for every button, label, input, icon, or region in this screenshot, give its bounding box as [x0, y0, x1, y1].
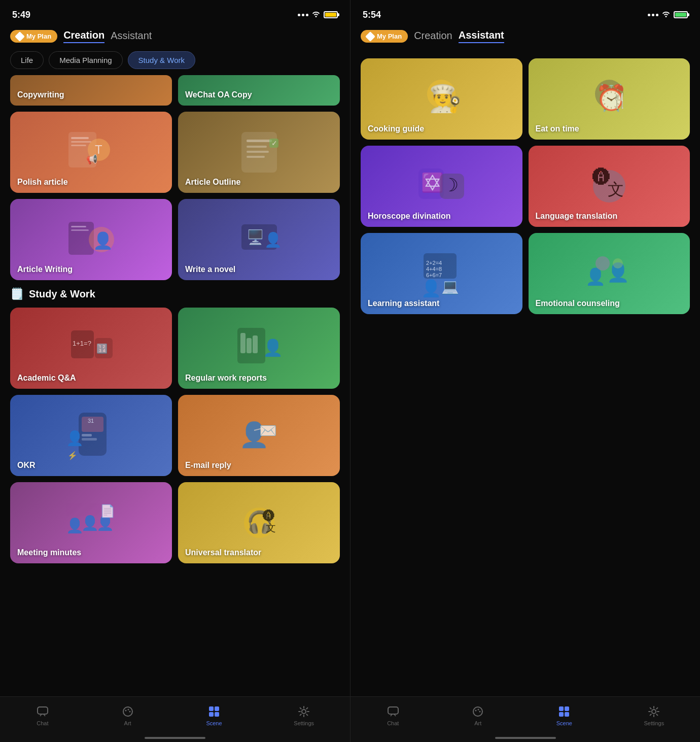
right-header: My Plan Creation Assistant [351, 25, 700, 48]
svg-text:🅐: 🅐 [263, 509, 275, 523]
card-meeting-minutes[interactable]: 👤 👤 👤 📄 Meeting minutes [10, 482, 172, 563]
nav-art-label-left: Art [124, 720, 131, 726]
svg-point-50 [123, 707, 132, 716]
svg-rect-87 [565, 706, 569, 711]
svg-rect-56 [209, 712, 214, 717]
study-cards-grid: 1+1=? 🔢 Academic Q&A 👤 [10, 308, 340, 563]
nav-art-label-right: Art [474, 720, 481, 726]
diamond-icon [15, 31, 25, 42]
card-cooking-label: Cooking guide [368, 124, 424, 133]
left-time: 5:49 [12, 10, 30, 20]
card-academic-qa[interactable]: 1+1=? 🔢 Academic Q&A [10, 308, 172, 389]
tab-assistant-left[interactable]: Assistant [111, 30, 152, 43]
card-learning-assistant[interactable]: 2+2=4 4+4=8 6+6=7 👤 💻 Learning assistant [361, 233, 522, 314]
card-cooking-guide[interactable]: 👨‍🍳 Cooking guide [361, 58, 522, 140]
nav-art-left[interactable]: Art [121, 705, 134, 726]
card-horoscope[interactable]: ✡️ ☽ Horoscope divination [361, 146, 522, 227]
card-regular-reports[interactable]: 👤 Regular work reports [178, 308, 340, 389]
card-universal-label: Universal translator [185, 548, 261, 557]
tab-creation-left[interactable]: Creation [63, 29, 104, 43]
card-write-novel[interactable]: 🖥️ 👤 Write a novel [178, 199, 340, 280]
card-outline-label: Article Outline [185, 178, 240, 187]
right-battery-icon [674, 11, 688, 18]
card-article-outline[interactable]: ✓ Article Outline [178, 112, 340, 193]
card-writing-label: Article Writing [17, 265, 73, 274]
right-wifi-icon [661, 10, 671, 19]
card-okr[interactable]: 31 👤 ⚡ OKR [10, 395, 172, 476]
wifi-icon [311, 10, 321, 19]
filter-study[interactable]: Study & Work [128, 51, 195, 69]
nav-settings-label-left: Settings [294, 720, 314, 726]
card-article-writing[interactable]: 👤 Article Writing [10, 199, 172, 280]
right-my-plan-label: My Plan [377, 32, 402, 40]
nav-chat-label-right: Chat [387, 720, 399, 726]
svg-text:1+1=?: 1+1=? [73, 340, 91, 347]
svg-text:☽: ☽ [442, 175, 459, 195]
svg-text:2+2=4: 2+2=4 [426, 260, 442, 266]
nav-scene-label-left: Scene [206, 720, 222, 726]
my-plan-badge[interactable]: My Plan [10, 30, 57, 43]
svg-rect-3 [71, 145, 86, 146]
nav-settings-label-right: Settings [644, 720, 664, 726]
filter-life[interactable]: Life [10, 51, 44, 69]
nav-chat-left[interactable]: Chat [36, 705, 49, 726]
card-polish-article[interactable]: T 📢 Polish article [10, 112, 172, 193]
nav-chat-right[interactable]: Chat [387, 705, 400, 726]
card-email-reply[interactable]: 👤 ✉️ E-mail reply [178, 395, 340, 476]
card-copywriting-label: Copywriting [17, 90, 64, 99]
right-status-icons [648, 10, 688, 19]
card-wechat[interactable]: WeChat OA Copy [178, 75, 340, 106]
card-emotional-counseling[interactable]: 👤 👤 Emotional counseling [529, 233, 690, 314]
left-home-indicator [145, 737, 205, 739]
svg-rect-2 [71, 141, 91, 143]
card-language-label: Language translation [536, 212, 618, 221]
svg-rect-11 [247, 156, 265, 158]
right-diamond-icon [365, 31, 375, 42]
right-scroll-content: 👨‍🍳 Cooking guide ⏰ 🍴 Eat on time [351, 48, 700, 742]
nav-scene-right[interactable]: Scene [556, 705, 572, 726]
svg-text:👤: 👤 [93, 231, 113, 250]
svg-rect-54 [209, 706, 214, 711]
card-eat-on-time[interactable]: ⏰ 🍴 Eat on time [529, 58, 690, 140]
my-plan-label: My Plan [26, 32, 51, 40]
left-status-bar: 5:49 [0, 0, 350, 25]
card-okr-label: OKR [17, 461, 36, 470]
card-reports-label: Regular work reports [185, 374, 267, 383]
nav-art-right[interactable]: Art [471, 705, 484, 726]
card-copywriting[interactable]: Copywriting [10, 75, 172, 106]
nav-scene-label-right: Scene [556, 720, 572, 726]
svg-text:🖥️: 🖥️ [247, 229, 264, 246]
right-signal-dots [648, 14, 658, 16]
svg-text:文: 文 [608, 180, 624, 198]
svg-point-82 [473, 707, 482, 716]
card-emotional-label: Emotional counseling [536, 299, 620, 308]
nav-settings-right[interactable]: Settings [644, 705, 664, 726]
svg-rect-27 [240, 333, 246, 353]
assistant-cards-grid: 👨‍🍳 Cooking guide ⏰ 🍴 Eat on time [361, 58, 690, 314]
nav-settings-left[interactable]: Settings [294, 705, 314, 726]
svg-text:🍴: 🍴 [611, 92, 628, 109]
svg-text:文: 文 [266, 522, 276, 533]
svg-text:👤: 👤 [421, 279, 441, 298]
tab-assistant-right[interactable]: Assistant [459, 29, 504, 43]
svg-text:⚡: ⚡ [67, 451, 78, 460]
filter-media[interactable]: Media Planning [49, 51, 122, 69]
svg-rect-86 [559, 706, 564, 711]
card-language-translation[interactable]: 🅐 文 Language translation [529, 146, 690, 227]
signal-dots [298, 14, 308, 16]
right-home-indicator [495, 737, 556, 739]
left-bottom-nav: Chat Art Scene Setti [0, 696, 350, 742]
right-bottom-nav: Chat Art Scene Setti [351, 696, 700, 742]
svg-text:✉️: ✉️ [259, 422, 277, 439]
study-section-title: Study & Work [29, 288, 95, 300]
svg-text:31: 31 [88, 418, 94, 424]
right-my-plan-badge[interactable]: My Plan [361, 30, 408, 43]
svg-point-51 [125, 710, 126, 711]
battery-icon [324, 11, 338, 18]
tab-creation-right[interactable]: Creation [414, 30, 452, 43]
card-universal-translator[interactable]: 🎧 🅐 文 Universal translator [178, 482, 340, 563]
svg-rect-57 [215, 712, 219, 717]
svg-rect-49 [38, 707, 48, 714]
svg-rect-9 [247, 146, 267, 148]
nav-scene-left[interactable]: Scene [206, 705, 222, 726]
